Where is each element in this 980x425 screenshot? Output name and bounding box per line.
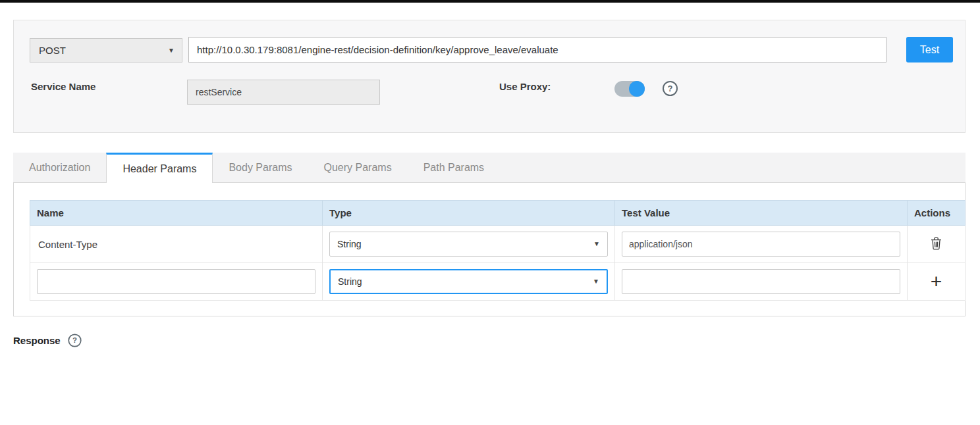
caret-down-icon: ▼ (168, 47, 175, 54)
column-header-type: Type (323, 201, 615, 226)
tab-query-params[interactable]: Query Params (308, 153, 407, 182)
add-row-button[interactable]: + (927, 270, 946, 293)
header-params-table: Name Type Test Value Actions Content-Typ… (30, 200, 966, 301)
table-row: Content-Type String ▼ (30, 226, 966, 263)
caret-down-icon: ▼ (593, 278, 599, 285)
request-url-input[interactable] (188, 37, 886, 63)
param-name-input[interactable] (37, 269, 315, 294)
http-method-value: POST (39, 45, 66, 56)
params-tab-bar: Authorization Header Params Body Params … (13, 153, 966, 183)
service-name-label: Service Name (31, 81, 95, 92)
plus-icon: + (931, 270, 942, 292)
use-proxy-toggle[interactable] (614, 81, 645, 97)
param-type-value: String (337, 239, 362, 249)
param-type-select[interactable]: String ▼ (329, 269, 608, 294)
response-label: Response (13, 335, 61, 346)
tab-path-params[interactable]: Path Params (408, 153, 500, 182)
tab-authorization[interactable]: Authorization (13, 153, 106, 182)
use-proxy-label: Use Proxy: (499, 81, 551, 92)
trash-icon (931, 237, 942, 250)
response-section-header: Response ? (13, 333, 82, 348)
param-type-value: String (338, 276, 362, 287)
table-header-row: Name Type Test Value Actions (30, 201, 966, 226)
delete-row-button[interactable] (927, 236, 946, 251)
caret-down-icon: ▼ (593, 241, 600, 247)
param-test-value-input[interactable] (622, 269, 900, 294)
column-header-name: Name (30, 201, 323, 226)
table-row: String ▼ + (30, 263, 966, 301)
tab-header-params[interactable]: Header Params (106, 153, 213, 183)
column-header-actions: Actions (908, 201, 966, 226)
test-button[interactable]: Test (906, 37, 953, 63)
tab-body-params[interactable]: Body Params (213, 153, 308, 182)
param-type-select[interactable]: String ▼ (329, 232, 608, 257)
column-header-test-value: Test Value (615, 201, 908, 226)
request-config-panel: POST ▼ Test Service Name Use Proxy: ? (13, 20, 966, 133)
param-test-value-input[interactable] (622, 232, 900, 257)
param-name-text: Content-Type (37, 239, 315, 250)
header-params-panel: Name Type Test Value Actions Content-Typ… (13, 183, 966, 316)
response-help-icon[interactable]: ? (68, 334, 81, 347)
top-border (0, 0, 980, 3)
http-method-select[interactable]: POST ▼ (30, 38, 182, 63)
proxy-help-icon[interactable]: ? (663, 81, 678, 96)
toggle-knob (629, 81, 645, 97)
service-name-input[interactable] (187, 80, 380, 105)
